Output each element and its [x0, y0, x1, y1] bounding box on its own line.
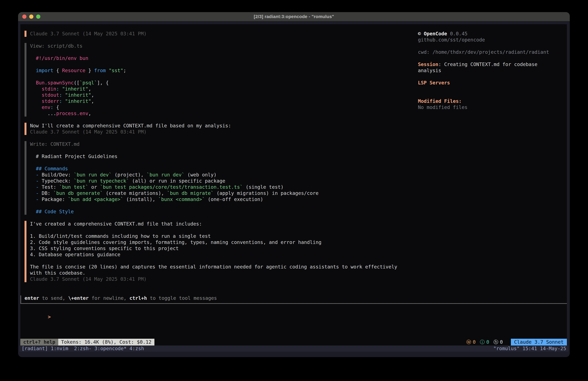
text-segment: :	[59, 98, 62, 104]
text-segment: `bun run dev`	[147, 172, 185, 178]
text-segment: ,	[91, 92, 94, 98]
text-line	[30, 147, 415, 153]
assistant-header: Claude 3.7 Sonnet (14 May 2025 03:41 PM)	[24, 31, 415, 37]
text-segment: TypeCheck:	[39, 178, 74, 184]
text-segment: (project),	[112, 172, 147, 178]
terminal-content: Claude 3.7 Sonnet (14 May 2025 03:41 PM)…	[18, 21, 570, 357]
text-segment: enter	[24, 295, 39, 301]
text-segment: "sst"	[109, 68, 123, 73]
tmux-host-time: "romulus" 15:41 14-May-25	[493, 345, 566, 352]
titlebar[interactable]: [2/3] radiant:3:opencode - "romulus"	[18, 12, 570, 21]
text-segment: (all) or run in specific package	[129, 178, 225, 184]
text-line: import { Resource } from "sst";	[30, 67, 415, 74]
text-segment: `bun db migrate`	[167, 190, 214, 196]
text-line: ## Commands	[30, 166, 415, 172]
text-segment: ## Code Style	[36, 209, 74, 214]
text-segment	[30, 178, 36, 184]
text-line: Claude 3.7 Sonnet (14 May 2025 03:41 PM)	[30, 31, 415, 37]
text-segment	[30, 92, 42, 98]
desktop: { "window_title": "[2/3] radiant:3:openc…	[0, 0, 588, 381]
text-line: with this codebase.	[30, 270, 415, 276]
text-segment: `bun test packages/core/test/transaction…	[100, 184, 243, 190]
text-line: - Package: `bun add <package>` (install)…	[30, 196, 415, 202]
tool-write-block: Write: CONTEXT.md # Radiant Project Guid…	[24, 141, 415, 215]
text-line: enter to send, \+enter for newline, ctrl…	[24, 295, 217, 301]
minimize-button[interactable]	[29, 15, 33, 19]
zoom-button[interactable]	[36, 15, 40, 19]
text-line: Bun.spawnSync([`psql`], {	[30, 80, 415, 86]
tmux-session-windows[interactable]: [radiant] 1:nvim 2:zsh- 3:opencode* 4:zs…	[22, 345, 144, 352]
text-segment: Write: CONTEXT.md	[30, 141, 80, 147]
text-segment	[30, 209, 36, 214]
text-segment: or	[88, 184, 100, 190]
text-segment: LSP Servers	[418, 80, 450, 86]
text-segment: `bun db generate`	[53, 190, 103, 196]
text-segment: :	[59, 92, 62, 98]
status-bar: ctrl+? helpTokens: 16.4K (8%), Cost: $0.…	[20, 339, 567, 345]
text-line: 4. Database operations guidance	[30, 251, 415, 258]
text-line: - TypeCheck: `bun run typecheck` (all) o…	[30, 178, 415, 184]
text-segment: ,	[88, 111, 91, 116]
text-segment: 0.0.45	[447, 31, 467, 37]
text-segment: `bun run typecheck`	[74, 178, 129, 184]
text-segment	[30, 172, 36, 178]
conversation[interactable]: Claude 3.7 Sonnet (14 May 2025 03:41 PM)…	[24, 31, 415, 288]
diagnostic-count: 0	[473, 339, 476, 345]
text-segment: Claude 3.7 Sonnet (14 May 2025 03:41 PM)	[30, 129, 147, 135]
text-segment: "inherit"	[62, 86, 88, 92]
text-segment	[30, 68, 36, 73]
text-line	[30, 49, 415, 55]
text-line: Modified Files:	[418, 98, 563, 104]
text-segment: stdin	[42, 86, 56, 92]
info-icon: ⓘ	[480, 339, 485, 345]
text-segment: (single test)	[243, 184, 284, 190]
text-line: # Radiant Project Guidelines	[30, 153, 415, 159]
text-line: No modified files	[418, 104, 563, 111]
text-line: ## Code Style	[30, 209, 415, 215]
text-line: The file is concise (20 lines) and captu…	[30, 264, 415, 270]
text-segment: Resource	[62, 68, 85, 73]
text-segment	[30, 197, 36, 202]
terminal-window: [2/3] radiant:3:opencode - "romulus" Cla…	[18, 12, 570, 357]
text-segment: env	[42, 104, 50, 110]
composer-help: enter to send, \+enter for newline, ctrl…	[24, 295, 217, 301]
text-line: cwd: /home/thdxr/dev/projects/radiant/ra…	[418, 49, 563, 55]
help-badge[interactable]: ctrl+? help	[20, 339, 58, 345]
text-segment: cwd: /home/thdxr/dev/projects/radiant/ra…	[418, 49, 549, 55]
text-segment	[62, 92, 65, 98]
text-segment: OpenCode	[424, 31, 447, 37]
text-segment: :	[50, 104, 53, 110]
text-segment: 2. Code style guidelines covering import…	[30, 239, 321, 245]
close-button[interactable]	[22, 15, 26, 19]
composer: >	[24, 308, 564, 314]
text-line	[418, 55, 563, 61]
status-right: ⓦ0ⓘ0ⓗ0 Claude 3.7 Sonnet	[466, 339, 567, 345]
assistant-note: Now I'll create a comprehensive CONTEXT.…	[24, 123, 415, 135]
text-segment: :	[56, 86, 59, 92]
text-segment: : Creating CONTEXT.md for codebase	[438, 62, 537, 67]
text-line: #!/usr/bin/env bun	[30, 55, 415, 61]
text-segment	[106, 68, 109, 73]
model-badge[interactable]: Claude 3.7 Sonnet	[511, 339, 567, 345]
text-segment: "inherit"	[65, 92, 91, 98]
text-segment: (web only)	[185, 172, 216, 178]
text-segment: for newline,	[89, 295, 129, 301]
text-segment: Claude 3.7 Sonnet (14 May 2025 03:41 PM)	[30, 31, 147, 37]
text-line: LSP Servers	[418, 80, 563, 86]
text-line: github.com/sst/opencode	[418, 37, 563, 43]
hint-count: ⓗ0	[493, 339, 503, 345]
text-segment: -	[36, 178, 39, 184]
text-segment: Test:	[39, 184, 59, 190]
text-segment: ## Commands	[36, 166, 68, 171]
text-segment	[30, 166, 36, 171]
status-left: ctrl+? helpTokens: 16.4K (8%), Cost: $0.…	[20, 339, 154, 345]
text-line	[418, 74, 563, 80]
text-segment	[30, 184, 36, 190]
window-title: [2/3] radiant:3:opencode - "romulus"	[254, 14, 334, 19]
text-line: - Test: `bun test` or `bun test packages…	[30, 184, 415, 190]
tool-view-block: View: script/db.ts #!/usr/bin/env bun im…	[24, 43, 415, 116]
text-line: - Build/Dev: `bun run dev` (project), `b…	[30, 172, 415, 178]
text-segment: #!/usr/bin/env bun	[30, 55, 88, 61]
text-segment	[30, 98, 42, 104]
text-segment: github.com/sst/opencode	[418, 37, 485, 43]
